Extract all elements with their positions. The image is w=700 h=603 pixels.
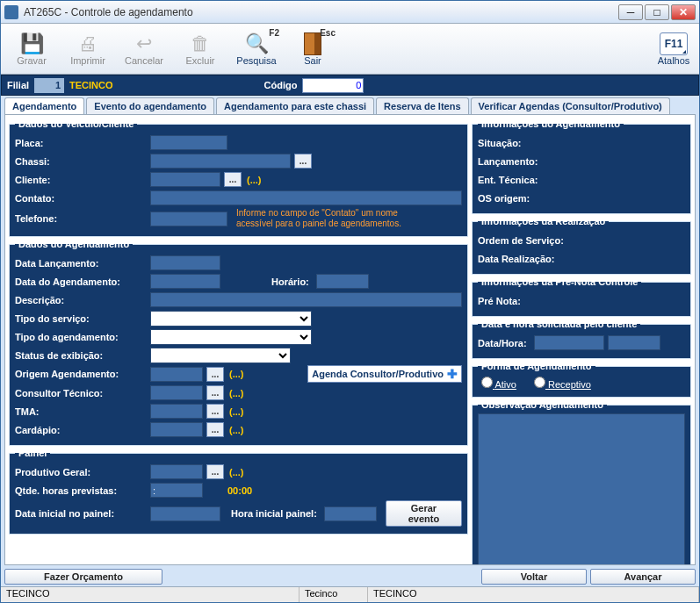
qtde-time: 00:00 bbox=[227, 485, 252, 496]
contato-label: Contato: bbox=[15, 193, 147, 204]
minimize-button[interactable]: ─ bbox=[618, 4, 643, 20]
radio-receptivo-input[interactable] bbox=[534, 377, 545, 388]
qtde-input[interactable] bbox=[150, 483, 203, 498]
data-ini-input[interactable] bbox=[150, 506, 220, 521]
avancar-button[interactable]: Avançar bbox=[590, 569, 696, 585]
tipo-agend-label: Tipo do agendamento: bbox=[15, 332, 147, 342]
fs-info-ag-legend: Informações do Agendamento bbox=[478, 118, 624, 129]
consultor-input[interactable] bbox=[150, 385, 203, 400]
dh-hora-input[interactable] bbox=[608, 335, 660, 350]
radio-ativo[interactable]: Ativo bbox=[481, 377, 516, 390]
os-origem-label: OS origem: bbox=[478, 193, 530, 204]
fs-pre-legend: Informações da Pré-Nota Controle bbox=[478, 276, 641, 287]
fs-data-hora: Data e hora solicitada pelo cliente Data… bbox=[472, 319, 691, 359]
consultor-paren: (...) bbox=[229, 388, 244, 398]
cliente-input[interactable] bbox=[150, 172, 220, 187]
os-label: Ordem de Serviço: bbox=[478, 235, 564, 246]
status-cell-2: Tecinco bbox=[299, 587, 368, 602]
origem-input[interactable] bbox=[150, 367, 203, 382]
origem-label: Origem Agendamento: bbox=[15, 369, 147, 379]
prod-geral-label: Produtivo Geral: bbox=[15, 467, 147, 477]
fs-agendamento: Dados do Agendamento Data Lançamento: Da… bbox=[9, 239, 468, 446]
pesquisa-button[interactable]: F2 🔍 Pesquisa bbox=[229, 25, 284, 72]
cardapio-lookup-button[interactable]: ... bbox=[206, 422, 224, 437]
sair-button[interactable]: Esc Sair bbox=[285, 25, 340, 72]
descricao-label: Descrição: bbox=[15, 295, 147, 305]
imprimir-button[interactable]: 🖨 Imprimir bbox=[61, 25, 115, 72]
status-select[interactable] bbox=[150, 348, 291, 363]
horario-label: Horário: bbox=[271, 276, 309, 287]
chassi-lookup-button[interactable]: ... bbox=[294, 154, 312, 169]
tma-lookup-button[interactable]: ... bbox=[206, 404, 224, 419]
tipo-agend-select[interactable] bbox=[150, 329, 312, 345]
cancelar-button[interactable]: ↩ Cancelar bbox=[117, 25, 171, 72]
prod-geral-lookup-button[interactable]: ... bbox=[206, 464, 224, 479]
col-left: Dados do Veículo/Cliente Placa: Chassi:.… bbox=[9, 118, 468, 561]
gerar-evento-button[interactable]: Gerar evento bbox=[386, 500, 462, 527]
maximize-button[interactable]: □ bbox=[645, 4, 669, 20]
tab-evento[interactable]: Evento do agendamento bbox=[86, 97, 214, 114]
horario-input[interactable] bbox=[316, 274, 369, 289]
fs-veiculo-legend: Dados do Veículo/Cliente bbox=[15, 118, 137, 129]
voltar-button[interactable]: Voltar bbox=[481, 569, 587, 585]
cliente-label: Cliente: bbox=[15, 175, 147, 185]
placa-input[interactable] bbox=[150, 135, 227, 150]
fs-pre-nota: Informações da Pré-Nota Controle Pré Not… bbox=[472, 276, 691, 317]
tipo-serv-select[interactable] bbox=[150, 311, 312, 327]
dh-data-input[interactable] bbox=[534, 335, 604, 350]
tab-agendamento[interactable]: Agendamento bbox=[4, 97, 84, 114]
agenda-consultor-button[interactable]: Agenda Consultor/Produtivo✚ bbox=[307, 365, 462, 383]
telefone-label: Telefone: bbox=[15, 213, 147, 224]
data-lanc-input[interactable] bbox=[150, 255, 220, 270]
status-cell-3: TECINCO bbox=[368, 587, 699, 602]
observacao-textarea[interactable] bbox=[478, 413, 685, 565]
tab-verificar[interactable]: Verificar Agendas (Consultor/Produtivo) bbox=[471, 97, 670, 114]
data-agend-label: Data do Agendamento: bbox=[15, 276, 147, 287]
bottom-bar: Fazer Orçamento Voltar Avançar bbox=[1, 567, 699, 586]
fs-dh-legend: Data e hora solicitada pelo cliente bbox=[478, 319, 640, 329]
infobar: Filial 1 TECINCO Código bbox=[1, 75, 699, 96]
data-agend-input[interactable] bbox=[150, 274, 220, 289]
fs-forma: Forma de Agendamento Ativo Receptivo bbox=[472, 361, 691, 398]
ent-label: Ent. Técnica: bbox=[478, 175, 538, 185]
trash-icon: 🗑 bbox=[189, 32, 212, 55]
codigo-label: Código bbox=[264, 80, 298, 90]
lanc-label: Lançamento: bbox=[478, 156, 538, 167]
radio-receptivo[interactable]: Receptivo bbox=[534, 377, 591, 390]
data-lanc-label: Data Lançamento: bbox=[15, 258, 147, 269]
tma-input[interactable] bbox=[150, 404, 203, 419]
radio-ativo-input[interactable] bbox=[481, 377, 493, 388]
codigo-input[interactable] bbox=[302, 78, 364, 93]
fs-obs-legend: Observação Agendamento bbox=[478, 399, 607, 410]
printer-icon: 🖨 bbox=[76, 32, 99, 55]
prod-geral-input[interactable] bbox=[150, 464, 203, 479]
consultor-label: Consultor Técnico: bbox=[15, 388, 147, 398]
fazer-orcamento-button[interactable]: Fazer Orçamento bbox=[4, 569, 162, 585]
consultor-lookup-button[interactable]: ... bbox=[206, 385, 224, 400]
atalhos-button[interactable]: F11 Atalhos bbox=[652, 25, 696, 72]
hora-ini-label: Hora inicial painel: bbox=[231, 508, 317, 519]
descricao-input[interactable] bbox=[150, 292, 462, 307]
undo-icon: ↩ bbox=[133, 32, 155, 55]
contato-input[interactable] bbox=[150, 190, 462, 205]
tab-reserva[interactable]: Reserva de Itens bbox=[376, 97, 468, 114]
excluir-button[interactable]: 🗑 Excluir bbox=[173, 25, 227, 72]
tabs: Agendamento Evento do agendamento Agenda… bbox=[1, 96, 699, 114]
fs-forma-legend: Forma de Agendamento bbox=[478, 361, 595, 371]
origem-lookup-button[interactable]: ... bbox=[206, 367, 224, 382]
titlebar: AT265C - Controle de agendamento ─ □ ✕ bbox=[1, 1, 699, 24]
hora-ini-input[interactable] bbox=[324, 506, 377, 521]
cardapio-input[interactable] bbox=[150, 422, 203, 437]
placa-label: Placa: bbox=[15, 138, 147, 148]
telefone-input[interactable] bbox=[150, 212, 227, 226]
status-cell-1: TECINCO bbox=[1, 587, 299, 602]
app-icon bbox=[4, 5, 18, 19]
close-button[interactable]: ✕ bbox=[671, 4, 696, 20]
origem-paren: (...) bbox=[229, 369, 244, 379]
tab-chassi[interactable]: Agendamento para este chassi bbox=[216, 97, 374, 114]
fs-info-agendamento: Informações do Agendamento Situação: Lan… bbox=[472, 118, 691, 214]
chassi-input[interactable] bbox=[150, 154, 291, 169]
gravar-button[interactable]: 💾 Gravar bbox=[4, 25, 59, 72]
cliente-lookup-button[interactable]: ... bbox=[224, 172, 242, 187]
plus-icon: ✚ bbox=[447, 367, 458, 381]
